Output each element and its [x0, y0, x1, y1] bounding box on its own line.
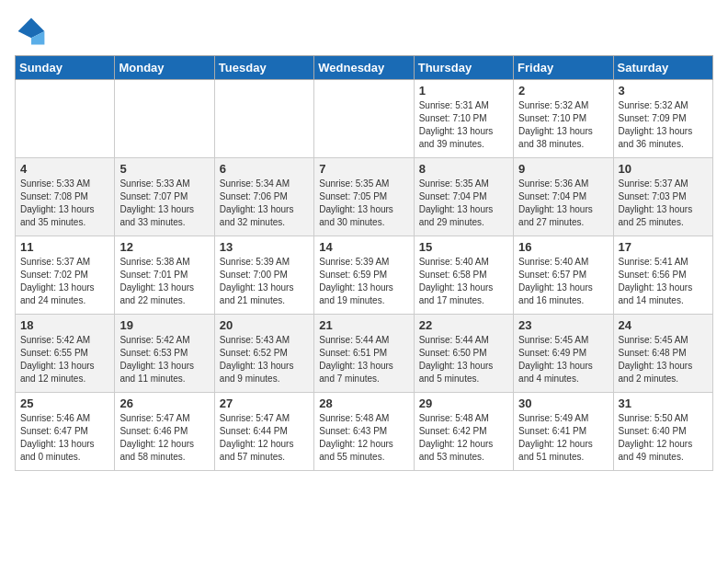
- day-info: Sunrise: 5:39 AM Sunset: 6:59 PM Dayligh…: [319, 256, 408, 307]
- day-number: 8: [419, 162, 508, 176]
- day-number: 15: [419, 240, 508, 254]
- weekday-header-friday: Friday: [514, 56, 613, 80]
- weekday-header-sunday: Sunday: [16, 56, 115, 80]
- day-info: Sunrise: 5:33 AM Sunset: 7:08 PM Dayligh…: [20, 178, 109, 229]
- calendar-cell: 18Sunrise: 5:42 AM Sunset: 6:55 PM Dayli…: [16, 315, 115, 393]
- calendar-cell: [214, 80, 313, 158]
- day-number: 30: [518, 396, 608, 410]
- calendar-header-row: SundayMondayTuesdayWednesdayThursdayFrid…: [16, 56, 713, 80]
- calendar-week-row: 18Sunrise: 5:42 AM Sunset: 6:55 PM Dayli…: [16, 315, 713, 393]
- calendar-cell: 13Sunrise: 5:39 AM Sunset: 7:00 PM Dayli…: [214, 236, 313, 315]
- day-info: Sunrise: 5:45 AM Sunset: 6:49 PM Dayligh…: [518, 334, 608, 385]
- day-number: 21: [319, 318, 408, 332]
- calendar-cell: 20Sunrise: 5:43 AM Sunset: 6:52 PM Dayli…: [214, 315, 313, 393]
- day-number: 12: [119, 240, 209, 254]
- calendar-cell: [314, 80, 414, 158]
- calendar-cell: [115, 80, 214, 158]
- day-number: 17: [619, 240, 708, 254]
- calendar-cell: 22Sunrise: 5:44 AM Sunset: 6:50 PM Dayli…: [414, 315, 513, 393]
- day-info: Sunrise: 5:32 AM Sunset: 7:09 PM Dayligh…: [619, 99, 708, 151]
- calendar-cell: 21Sunrise: 5:44 AM Sunset: 6:51 PM Dayli…: [314, 315, 414, 393]
- weekday-header-tuesday: Tuesday: [214, 56, 313, 80]
- calendar-cell: 28Sunrise: 5:48 AM Sunset: 6:43 PM Dayli…: [314, 393, 414, 471]
- day-number: 7: [319, 162, 408, 176]
- calendar-week-row: 4Sunrise: 5:33 AM Sunset: 7:08 PM Daylig…: [16, 158, 713, 236]
- weekday-header-saturday: Saturday: [613, 56, 712, 80]
- day-number: 18: [20, 318, 109, 332]
- day-info: Sunrise: 5:31 AM Sunset: 7:10 PM Dayligh…: [419, 99, 508, 151]
- day-info: Sunrise: 5:49 AM Sunset: 6:41 PM Dayligh…: [518, 412, 608, 464]
- day-info: Sunrise: 5:42 AM Sunset: 6:55 PM Dayligh…: [20, 334, 109, 385]
- day-info: Sunrise: 5:44 AM Sunset: 6:50 PM Dayligh…: [419, 334, 508, 385]
- day-number: 2: [518, 84, 608, 98]
- page-header: [15, 15, 713, 48]
- day-number: 24: [619, 318, 708, 332]
- calendar-cell: 30Sunrise: 5:49 AM Sunset: 6:41 PM Dayli…: [514, 393, 613, 471]
- day-number: 4: [20, 162, 109, 176]
- day-info: Sunrise: 5:47 AM Sunset: 6:46 PM Dayligh…: [119, 412, 209, 464]
- calendar-cell: 11Sunrise: 5:37 AM Sunset: 7:02 PM Dayli…: [16, 236, 115, 315]
- calendar-cell: [16, 80, 115, 158]
- day-number: 1: [419, 84, 508, 98]
- calendar-cell: 7Sunrise: 5:35 AM Sunset: 7:05 PM Daylig…: [314, 158, 414, 236]
- day-info: Sunrise: 5:35 AM Sunset: 7:04 PM Dayligh…: [419, 178, 508, 229]
- day-number: 9: [518, 162, 608, 176]
- day-number: 3: [619, 84, 708, 98]
- day-info: Sunrise: 5:39 AM Sunset: 7:00 PM Dayligh…: [220, 256, 309, 307]
- calendar-table: SundayMondayTuesdayWednesdayThursdayFrid…: [15, 55, 713, 471]
- day-number: 28: [319, 396, 408, 410]
- calendar-cell: 8Sunrise: 5:35 AM Sunset: 7:04 PM Daylig…: [414, 158, 513, 236]
- day-info: Sunrise: 5:43 AM Sunset: 6:52 PM Dayligh…: [220, 334, 309, 385]
- day-info: Sunrise: 5:44 AM Sunset: 6:51 PM Dayligh…: [319, 334, 408, 385]
- calendar-cell: 25Sunrise: 5:46 AM Sunset: 6:47 PM Dayli…: [16, 393, 115, 471]
- day-number: 6: [220, 162, 309, 176]
- calendar-cell: 29Sunrise: 5:48 AM Sunset: 6:42 PM Dayli…: [414, 393, 513, 471]
- day-number: 10: [619, 162, 708, 176]
- calendar-cell: 14Sunrise: 5:39 AM Sunset: 6:59 PM Dayli…: [314, 236, 414, 315]
- day-info: Sunrise: 5:40 AM Sunset: 6:58 PM Dayligh…: [419, 256, 508, 307]
- calendar-cell: 24Sunrise: 5:45 AM Sunset: 6:48 PM Dayli…: [613, 315, 712, 393]
- day-info: Sunrise: 5:40 AM Sunset: 6:57 PM Dayligh…: [518, 256, 608, 307]
- day-info: Sunrise: 5:45 AM Sunset: 6:48 PM Dayligh…: [619, 334, 708, 385]
- day-number: 16: [518, 240, 608, 254]
- day-number: 26: [119, 396, 209, 410]
- calendar-cell: 2Sunrise: 5:32 AM Sunset: 7:10 PM Daylig…: [514, 80, 613, 158]
- day-number: 20: [220, 318, 309, 332]
- day-info: Sunrise: 5:41 AM Sunset: 6:56 PM Dayligh…: [619, 256, 708, 307]
- calendar-cell: 4Sunrise: 5:33 AM Sunset: 7:08 PM Daylig…: [16, 158, 115, 236]
- calendar-cell: 9Sunrise: 5:36 AM Sunset: 7:04 PM Daylig…: [514, 158, 613, 236]
- calendar-cell: 16Sunrise: 5:40 AM Sunset: 6:57 PM Dayli…: [514, 236, 613, 315]
- weekday-header-wednesday: Wednesday: [314, 56, 414, 80]
- day-info: Sunrise: 5:38 AM Sunset: 7:01 PM Dayligh…: [119, 256, 209, 307]
- day-number: 13: [220, 240, 309, 254]
- calendar-cell: 6Sunrise: 5:34 AM Sunset: 7:06 PM Daylig…: [214, 158, 313, 236]
- calendar-cell: 17Sunrise: 5:41 AM Sunset: 6:56 PM Dayli…: [613, 236, 712, 315]
- day-info: Sunrise: 5:37 AM Sunset: 7:03 PM Dayligh…: [619, 178, 708, 229]
- day-info: Sunrise: 5:32 AM Sunset: 7:10 PM Dayligh…: [518, 99, 608, 151]
- calendar-cell: 15Sunrise: 5:40 AM Sunset: 6:58 PM Dayli…: [414, 236, 513, 315]
- calendar-cell: 5Sunrise: 5:33 AM Sunset: 7:07 PM Daylig…: [115, 158, 214, 236]
- calendar-cell: 27Sunrise: 5:47 AM Sunset: 6:44 PM Dayli…: [214, 393, 313, 471]
- logo-icon: [15, 15, 48, 48]
- day-number: 14: [319, 240, 408, 254]
- day-number: 5: [119, 162, 209, 176]
- day-info: Sunrise: 5:46 AM Sunset: 6:47 PM Dayligh…: [20, 412, 109, 464]
- day-info: Sunrise: 5:34 AM Sunset: 7:06 PM Dayligh…: [220, 178, 309, 229]
- calendar-cell: 12Sunrise: 5:38 AM Sunset: 7:01 PM Dayli…: [115, 236, 214, 315]
- day-number: 22: [419, 318, 508, 332]
- calendar-cell: 10Sunrise: 5:37 AM Sunset: 7:03 PM Dayli…: [613, 158, 712, 236]
- weekday-header-monday: Monday: [115, 56, 214, 80]
- calendar-week-row: 25Sunrise: 5:46 AM Sunset: 6:47 PM Dayli…: [16, 393, 713, 471]
- day-info: Sunrise: 5:37 AM Sunset: 7:02 PM Dayligh…: [20, 256, 109, 307]
- day-number: 11: [20, 240, 109, 254]
- day-number: 29: [419, 396, 508, 410]
- calendar-cell: 1Sunrise: 5:31 AM Sunset: 7:10 PM Daylig…: [414, 80, 513, 158]
- day-info: Sunrise: 5:50 AM Sunset: 6:40 PM Dayligh…: [619, 412, 708, 464]
- day-number: 27: [220, 396, 309, 410]
- calendar-cell: 23Sunrise: 5:45 AM Sunset: 6:49 PM Dayli…: [514, 315, 613, 393]
- calendar-cell: 31Sunrise: 5:50 AM Sunset: 6:40 PM Dayli…: [613, 393, 712, 471]
- day-info: Sunrise: 5:33 AM Sunset: 7:07 PM Dayligh…: [119, 178, 209, 229]
- day-number: 23: [518, 318, 608, 332]
- calendar-cell: 26Sunrise: 5:47 AM Sunset: 6:46 PM Dayli…: [115, 393, 214, 471]
- calendar-cell: 3Sunrise: 5:32 AM Sunset: 7:09 PM Daylig…: [613, 80, 712, 158]
